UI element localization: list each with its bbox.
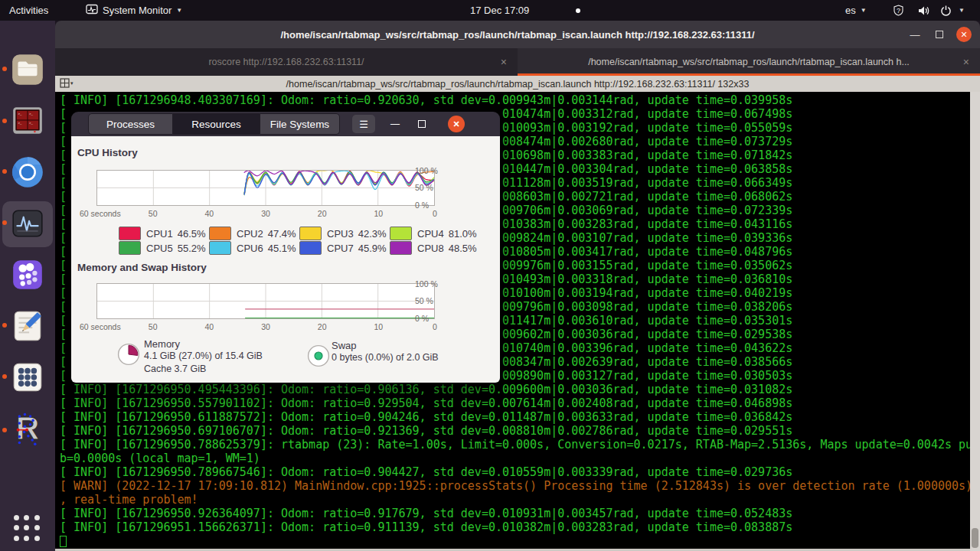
terminal-line: [ INFO] [1671296950.611887572]: Odom: ra…: [60, 410, 969, 424]
running-indicator: [2, 169, 7, 174]
terminal-line: [ INFO] [1671296950.697106707]: Odom: ra…: [60, 424, 969, 438]
x-axis-label: 30: [261, 209, 270, 218]
memory-stats: Memory 4.1 GiB (27.0%) of 15.4 GiB Cache…: [144, 338, 263, 376]
close-button[interactable]: ✕: [954, 21, 974, 48]
y-axis-label: 100 %: [415, 279, 453, 289]
x-axis-label: 0: [433, 209, 437, 218]
dock-item-chromium[interactable]: [10, 155, 45, 190]
terminal-line: [ WARN] (2022-12-17 17:09:10.812) MainWi…: [60, 479, 969, 493]
memory-label: Memory: [144, 338, 263, 350]
terminal-scrollbar-thumb[interactable]: [972, 528, 978, 548]
legend-item[interactable]: CPU481.0%: [390, 227, 477, 240]
volume-icon[interactable]: [917, 0, 930, 21]
svg-text:>_: >_: [29, 121, 33, 125]
show-applications-button[interactable]: [11, 513, 44, 545]
memory-x-axis: 60 seconds50403020100: [96, 322, 435, 331]
chevron-down-icon[interactable]: ▼: [959, 0, 965, 21]
legend-item[interactable]: CPU555.2%: [119, 241, 206, 255]
x-axis-label: 10: [374, 322, 383, 331]
keyboard-layout-indicator[interactable]: es▼: [845, 0, 867, 21]
tab-file-systems[interactable]: File Systems: [260, 113, 340, 135]
legend-item[interactable]: CPU146.5%: [119, 227, 206, 240]
y-axis-label: 50 %: [415, 183, 453, 192]
memory-history-title: Memory and Swap History: [77, 262, 207, 273]
dock-item-files[interactable]: [10, 52, 45, 87]
memory-cache: Cache 3.7 GiB: [144, 363, 263, 376]
minimize-button[interactable]: —: [905, 21, 925, 48]
dock-item-terminator-terminal[interactable]: >_>_>_>_: [10, 103, 45, 139]
svg-text:?: ?: [897, 7, 900, 15]
close-button[interactable]: ✕: [448, 116, 465, 132]
app-menu[interactable]: System Monitor▼: [86, 0, 182, 21]
legend-swatch: [390, 227, 412, 240]
legend-swatch: [119, 227, 141, 240]
terminal-menustrip: ▾ /home/iscan/rtabmap_ws/src/rtabmap_ros…: [55, 76, 980, 92]
dock-item-purple-dots-app[interactable]: [10, 257, 45, 292]
minimize-button[interactable]: —: [387, 112, 403, 136]
terminal-line: [ INFO] [1671296950.926364097]: Odom: ra…: [60, 507, 969, 520]
terminal-line: [ INFO] [1671296950.789667546]: Odom: ra…: [60, 465, 969, 479]
terminal-line: , real-time problem!: [60, 493, 969, 507]
running-indicator: [2, 428, 7, 432]
x-axis-label: 60 seconds: [80, 209, 121, 218]
terminal-titlebar[interactable]: /home/iscan/rtabmap_ws/src/rtabmap_ros/l…: [55, 21, 980, 48]
system-monitor-header[interactable]: Processes Resources File Systems ☰ — ✕: [71, 112, 500, 136]
memory-swap-chart: [96, 283, 435, 319]
status-question-icon[interactable]: ?: [893, 0, 904, 21]
chevron-down-icon: ▼: [861, 7, 867, 14]
hamburger-menu-icon[interactable]: ☰: [352, 115, 375, 133]
legend-label: CPU555.2%: [146, 243, 206, 254]
maximize-button[interactable]: [929, 21, 949, 48]
x-axis-label: 30: [261, 322, 270, 331]
terminal-line: [ INFO] [1671296948.403307169]: Odom: ra…: [60, 93, 969, 107]
terminal-scrollbar[interactable]: [970, 92, 980, 551]
running-indicator: [2, 374, 7, 379]
notification-dot: [576, 0, 580, 21]
tab-rtabmap-launch[interactable]: /home/iscan/rtabmap_ws/src/rtabmap_ros/l…: [518, 48, 980, 76]
terminal-geometry-text: /home/iscan/rtabmap_ws/src/rtabmap_ros/l…: [55, 79, 980, 90]
legend-item[interactable]: CPU645.1%: [209, 241, 296, 255]
legend-label: CPU745.9%: [327, 243, 387, 254]
y-axis-label: 50 %: [415, 296, 453, 305]
running-indicator: [2, 119, 7, 123]
x-axis-label: 40: [204, 209, 214, 218]
x-axis-label: 20: [318, 209, 327, 218]
dock-item-text-editor[interactable]: [10, 308, 45, 344]
legend-swatch: [209, 227, 231, 240]
terminal-line: [ INFO] [1671296950.557901102]: Odom: ra…: [60, 396, 969, 410]
activities-button[interactable]: Activities: [9, 0, 48, 21]
terminal-title: /home/iscan/rtabmap_ws/src/rtabmap_ros/l…: [55, 29, 980, 41]
legend-label: CPU645.1%: [237, 243, 296, 254]
tab-processes[interactable]: Processes: [88, 113, 173, 135]
running-indicator: [2, 67, 7, 71]
power-icon[interactable]: [940, 0, 952, 21]
legend-item[interactable]: CPU848.5%: [390, 241, 477, 255]
legend-item[interactable]: CPU247.4%: [209, 227, 296, 240]
legend-label: CPU342.3%: [327, 228, 387, 240]
system-monitor-window: Processes Resources File Systems ☰ — ✕ C…: [71, 112, 500, 383]
tab-close-icon[interactable]: ×: [963, 56, 969, 68]
dock-item-rviz[interactable]: R: [10, 411, 45, 451]
x-axis-label: 40: [204, 322, 214, 331]
maximize-button[interactable]: [418, 120, 426, 128]
tab-resources[interactable]: Resources: [173, 113, 260, 135]
legend-label: CPU848.5%: [417, 243, 477, 254]
dock-item-system-monitor[interactable]: [10, 206, 45, 241]
tab-close-icon[interactable]: ×: [501, 56, 507, 68]
terminal-line: [ INFO] [1671296950.788625379]: rtabmap …: [60, 438, 969, 452]
clock[interactable]: 17 Dec 17:09: [470, 0, 529, 21]
x-axis-label: 50: [149, 322, 158, 331]
legend-item[interactable]: CPU745.9%: [299, 241, 387, 255]
dock-item-dots-grid-app[interactable]: [10, 360, 45, 395]
tab-roscore[interactable]: roscore http://192.168.232.63:11311/ ×: [55, 48, 518, 76]
running-indicator: [2, 220, 7, 225]
legend-swatch: [209, 241, 231, 255]
swap-label: Swap: [332, 340, 439, 351]
legend-item[interactable]: CPU342.3%: [299, 227, 387, 240]
terminal-cursor: [60, 536, 67, 547]
resources-panel: CPU History 100 % 50 % 0 % 60 seconds504…: [71, 136, 500, 383]
x-axis-label: 0: [433, 322, 437, 331]
top-bar: Activities System Monitor▼ 17 Dec 17:09 …: [0, 0, 980, 21]
legend-swatch: [119, 241, 141, 255]
legend-swatch: [299, 227, 322, 240]
